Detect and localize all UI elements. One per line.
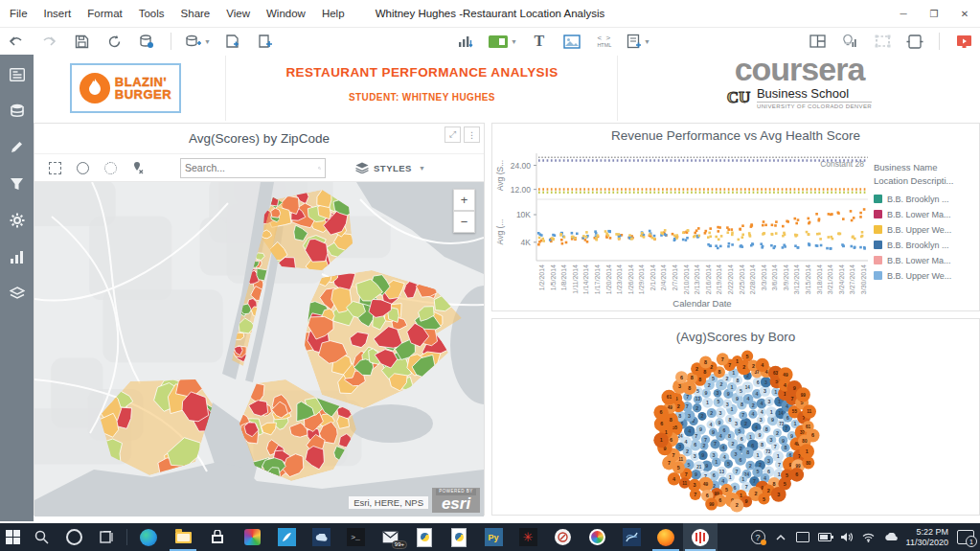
- filter-funnel-icon[interactable]: [9, 175, 25, 192]
- edge-icon[interactable]: [131, 523, 166, 551]
- restore-button[interactable]: ❐: [919, 0, 949, 27]
- menu-window[interactable]: Window: [266, 8, 306, 19]
- python-file-icon-2[interactable]: [442, 523, 476, 551]
- data-source-icon[interactable]: [9, 103, 25, 119]
- presentation-mode-icon[interactable]: [953, 30, 974, 53]
- more-options-icon[interactable]: ⋮: [464, 126, 480, 143]
- svg-text:2: 2: [767, 488, 770, 494]
- svg-text:2: 2: [776, 430, 779, 436]
- file-explorer-icon[interactable]: [166, 523, 200, 551]
- onedrive-tray-icon[interactable]: [884, 533, 898, 541]
- html-object-icon[interactable]: < >HTML: [594, 30, 615, 53]
- new-worksheet-icon[interactable]: [222, 30, 243, 53]
- mail-icon[interactable]: 99+: [373, 523, 407, 551]
- svg-text:1: 1: [731, 384, 734, 390]
- menu-share[interactable]: Share: [181, 8, 211, 19]
- clock[interactable]: 5:22 PM 11/30/2020: [906, 527, 948, 548]
- python-app-icon[interactable]: Py: [476, 523, 511, 551]
- python-file-icon[interactable]: [407, 523, 442, 551]
- container-object-icon[interactable]: ▼: [488, 30, 517, 53]
- map-search-input[interactable]: [181, 162, 318, 173]
- svg-text:6: 6: [660, 409, 663, 415]
- help-tray-icon[interactable]: ?: [751, 530, 765, 544]
- terminal-icon[interactable]: >_: [338, 523, 373, 551]
- svg-text:5: 5: [696, 388, 699, 394]
- map-styles-button[interactable]: STYLES ▼: [355, 162, 425, 173]
- device-preview-icon[interactable]: [904, 30, 925, 53]
- add-data-icon[interactable]: ▼: [185, 30, 211, 53]
- extension-object-icon[interactable]: ▼: [627, 30, 650, 53]
- menu-file[interactable]: File: [10, 8, 28, 19]
- legend-label: B.B. Upper We...: [887, 271, 951, 281]
- svg-text:2/22/2014: 2/22/2014: [727, 264, 734, 294]
- legend-item[interactable]: B.B. Brooklyn ...: [874, 195, 975, 204]
- revenue-chart-plot[interactable]: Constant 2824.0012.00Avg (S...10K4KAvg (…: [492, 148, 874, 309]
- tray-chevron-icon[interactable]: [774, 534, 787, 540]
- map-canvas[interactable]: + − Esri, HERE, NPS POWERED BY esri: [34, 182, 484, 517]
- menu-insert[interactable]: Insert: [44, 8, 72, 19]
- paint-app-icon[interactable]: [269, 523, 304, 551]
- header-title-cell: RESTAURANT PERFORMANCE ANALYSIS STUDENT:…: [227, 56, 618, 121]
- layers-icon[interactable]: [9, 285, 25, 301]
- layout-grid-icon[interactable]: [807, 30, 828, 53]
- menu-format[interactable]: Format: [87, 8, 122, 19]
- taskbar-search-icon[interactable]: [25, 523, 57, 551]
- rectangle-select-icon[interactable]: [48, 161, 61, 174]
- svg-text:21: 21: [696, 465, 702, 470]
- save-icon[interactable]: [71, 30, 92, 53]
- undo-icon[interactable]: [6, 30, 27, 53]
- minimize-button[interactable]: ─: [888, 0, 919, 27]
- clear-pins-icon[interactable]: [131, 161, 145, 174]
- svg-text:9: 9: [790, 433, 793, 439]
- menu-help[interactable]: Help: [322, 8, 345, 19]
- tableau-icon[interactable]: [683, 523, 718, 551]
- onedrive-icon[interactable]: [304, 523, 338, 551]
- image-object-icon[interactable]: [561, 30, 582, 53]
- store-icon[interactable]: [200, 523, 235, 551]
- sort-bars-icon[interactable]: [455, 30, 476, 53]
- lasso-select-icon[interactable]: [103, 161, 117, 174]
- action-center-icon[interactable]: 1: [957, 530, 974, 544]
- wifi-icon[interactable]: [862, 533, 876, 542]
- legend-item[interactable]: B.B. Upper We...: [874, 225, 975, 235]
- taskbar: >_ 99+ Py ✳ ? 5:22 PM 11/30/2020 1: [0, 523, 980, 551]
- selection-frame-icon[interactable]: [872, 30, 893, 53]
- start-button[interactable]: [0, 523, 25, 551]
- menu-view[interactable]: View: [226, 8, 250, 19]
- expand-icon[interactable]: ⤢: [444, 126, 461, 143]
- legend-item[interactable]: B.B. Upper We...: [874, 271, 975, 281]
- show-me-bulb-icon[interactable]: [839, 30, 860, 53]
- task-view-icon[interactable]: [90, 523, 123, 551]
- battery-icon[interactable]: [818, 533, 832, 541]
- pinwheel-app-icon[interactable]: [580, 523, 614, 551]
- legend-item[interactable]: B.B. Lower Ma...: [874, 256, 975, 265]
- new-dashboard-icon[interactable]: [255, 30, 276, 53]
- diagram-app-icon[interactable]: [545, 523, 580, 551]
- text-object-icon[interactable]: T: [529, 30, 550, 53]
- analytics-bars-icon[interactable]: [9, 248, 25, 264]
- settings-gear-icon[interactable]: [9, 212, 25, 228]
- menu-tools[interactable]: Tools: [139, 8, 165, 19]
- legend-item[interactable]: B.B. Brooklyn ...: [874, 241, 975, 250]
- close-button[interactable]: ✕: [949, 0, 980, 27]
- network-graph-app-icon[interactable]: ✳: [511, 523, 545, 551]
- bubble-chart-plot[interactable]: 5836622814729441694339788434387262839194…: [492, 348, 979, 515]
- edit-pencil-icon[interactable]: [9, 139, 25, 155]
- firefox-icon[interactable]: [649, 523, 683, 551]
- datasource-status-icon[interactable]: [136, 30, 157, 53]
- photos-app-icon[interactable]: [235, 523, 269, 551]
- radial-select-icon[interactable]: [76, 161, 89, 174]
- svg-text:7: 7: [668, 460, 671, 466]
- svg-text:9: 9: [727, 391, 730, 397]
- tablet-mode-icon[interactable]: [796, 532, 809, 542]
- report-outline-icon[interactable]: [9, 66, 25, 82]
- curves-app-icon[interactable]: [614, 523, 649, 551]
- cortana-icon[interactable]: [57, 523, 90, 551]
- svg-text:7: 7: [686, 403, 689, 409]
- volume-icon[interactable]: [840, 532, 854, 542]
- zoom-in-button[interactable]: +: [453, 189, 475, 211]
- legend-item[interactable]: B.B. Lower Ma...: [874, 210, 975, 219]
- zoom-out-button[interactable]: −: [453, 211, 475, 233]
- refresh-icon[interactable]: [103, 30, 125, 53]
- redo-icon[interactable]: [38, 30, 59, 53]
